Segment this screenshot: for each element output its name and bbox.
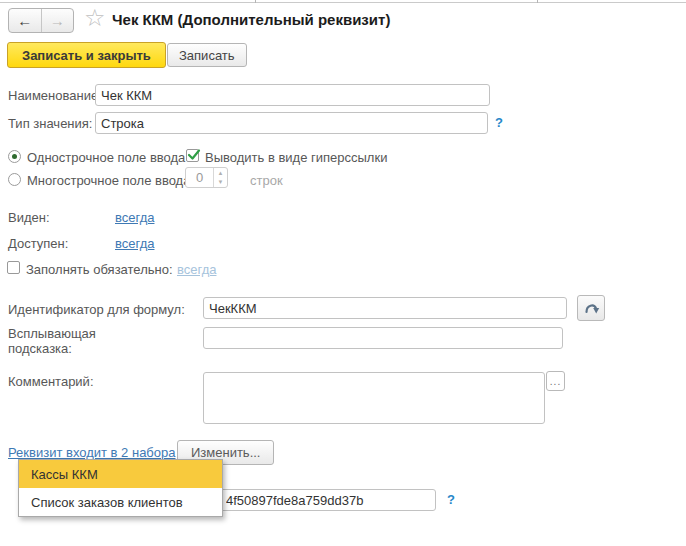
back-arrow-icon: ← <box>17 12 32 29</box>
dropdown-item-kassy-kkm[interactable]: Кассы ККМ <box>19 460 222 488</box>
favorite-star-icon[interactable]: ☆ <box>84 4 106 32</box>
spin-down-icon[interactable]: ▼ <box>214 178 227 188</box>
lines-suffix-label: строк <box>250 173 283 188</box>
guid-input[interactable] <box>203 489 436 511</box>
guid-help-icon[interactable]: ? <box>447 492 455 507</box>
multi-line-radio[interactable] <box>8 173 21 186</box>
refresh-id-button[interactable] <box>577 295 605 321</box>
value-type-label: Тип значения: <box>8 116 92 131</box>
dropdown-item-spisok-zakazov[interactable]: Список заказов клиентов <box>19 488 222 516</box>
forward-arrow-icon: → <box>50 12 65 29</box>
top-divider <box>0 2 686 3</box>
visible-label: Виден: <box>8 210 50 225</box>
additional-attribute-form: { "header": { "title": "Чек ККМ (Дополни… <box>0 0 686 546</box>
spinner-buttons: ▲ ▼ <box>213 168 227 187</box>
attribute-sets-link[interactable]: Реквизит входит в 2 набора <box>8 445 176 460</box>
sets-dropdown: Кассы ККМ Список заказов клиентов <box>18 459 223 517</box>
required-label: Заполнять обязательно: <box>26 262 173 277</box>
hyperlink-label: Выводить в виде гиперссылки <box>205 150 387 165</box>
available-condition-link[interactable]: всегда <box>115 236 154 251</box>
required-condition-link[interactable]: всегда <box>177 262 216 277</box>
back-button[interactable]: ← <box>9 9 42 32</box>
forward-button[interactable]: → <box>42 9 74 32</box>
required-checkbox[interactable] <box>7 261 20 274</box>
name-label: Наименование: <box>8 88 102 103</box>
single-line-radio[interactable] <box>8 150 21 163</box>
save-button[interactable]: Записать <box>167 43 247 67</box>
formula-id-label: Идентификатор для формул: <box>8 302 185 317</box>
single-line-label: Однострочное поле ввода <box>27 150 185 165</box>
tooltip-label: Всплывающая подсказка: <box>8 326 118 356</box>
visible-condition-link[interactable]: всегда <box>115 210 154 225</box>
multi-line-label: Многострочное поле ввода <box>27 173 190 188</box>
comment-expand-button[interactable]: ... <box>546 371 565 391</box>
value-type-help-icon[interactable]: ? <box>495 115 503 130</box>
lines-spinner-value: 0 <box>186 168 213 187</box>
save-and-close-button[interactable]: Записать и закрыть <box>7 42 166 68</box>
tab-separator <box>255 0 256 3</box>
hyperlink-checkbox[interactable] <box>186 149 199 162</box>
available-label: Доступен: <box>8 236 68 251</box>
lines-spinner[interactable]: 0 ▲ ▼ <box>185 167 228 188</box>
tooltip-input[interactable] <box>203 327 563 349</box>
tab-separator <box>537 0 538 3</box>
comment-label: Комментарий: <box>8 374 94 389</box>
page-title: Чек ККМ (Дополнительный реквизит) <box>112 11 390 28</box>
formula-id-input[interactable] <box>203 297 567 319</box>
name-input[interactable] <box>95 84 490 106</box>
curved-arrow-icon <box>583 301 600 316</box>
nav-button-group: ← → <box>8 8 74 33</box>
comment-textarea[interactable] <box>203 372 545 424</box>
value-type-input[interactable] <box>95 112 488 134</box>
checkmark-icon <box>186 147 202 163</box>
spin-up-icon[interactable]: ▲ <box>214 168 227 178</box>
